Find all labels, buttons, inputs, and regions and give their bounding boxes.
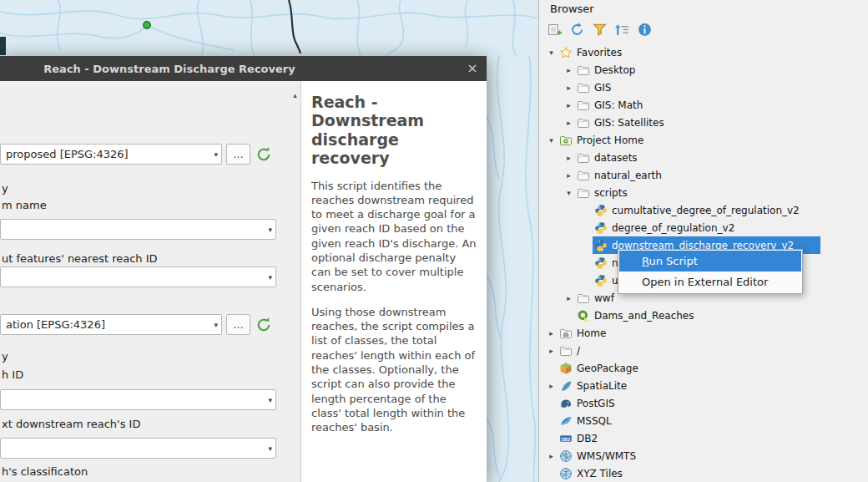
tree-item-label: Favorites [577, 47, 622, 58]
browse-button[interactable]: … [226, 314, 250, 335]
tree-item-content: XYZ Tiles [558, 464, 626, 482]
reload-layer-button[interactable] [253, 314, 275, 335]
tree-item-xyz[interactable]: XYZ Tiles [540, 464, 868, 482]
collapsed-arrow-icon[interactable]: ▸ [545, 382, 558, 390]
tree-item-label: datasets [594, 152, 638, 164]
tree-item-gis[interactable]: ▸GIS [540, 79, 868, 96]
tree-indent [540, 245, 580, 246]
tree-item-dams-and-reaches[interactable]: Dams_and_Reaches [540, 307, 868, 324]
tree-item-db2[interactable]: DB2DB2 [540, 429, 868, 447]
tree-item-wms[interactable]: ▸WMS/WMTS [540, 447, 868, 464]
folder-icon [577, 292, 590, 305]
tree-item-label: PostGIS [577, 398, 615, 409]
dialog-titlebar[interactable]: Reach - Downstream Discharge Recovery × [0, 56, 487, 81]
close-icon[interactable]: × [463, 58, 482, 79]
tree-item-gis-math[interactable]: ▸GIS: Math [540, 96, 868, 114]
tree-item-natural-earth[interactable]: ▸natural_earth [540, 166, 868, 184]
python-icon [594, 239, 608, 252]
map-edge-feature [0, 37, 6, 55]
tree-item-content: datasets [575, 149, 641, 166]
postgis-icon [559, 397, 573, 410]
location-layer-combo[interactable]: ation [EPSG:4326] ▾ [0, 314, 222, 335]
reach-id-combo[interactable]: ▾ [0, 389, 276, 410]
tree-item-label: degree_of_regulation_v2 [612, 222, 734, 234]
next-downstream-combo[interactable]: ▾ [0, 438, 276, 459]
input-layer-combo[interactable]: proposed [EPSG:4326] ▾ [0, 144, 222, 165]
help-pane: Reach - Downstream discharge recovery Th… [300, 81, 487, 482]
folder-icon [577, 151, 590, 165]
tree-indent [540, 403, 545, 403]
column-name-combo[interactable]: ▾ [0, 219, 276, 240]
add-selected-layers-icon[interactable] [547, 22, 563, 38]
chevron-down-icon: ▾ [259, 273, 275, 282]
tree-item-content: SpatiaLite [558, 377, 630, 394]
tree-item-home[interactable]: ▸Home [540, 324, 868, 342]
collapsed-arrow-icon[interactable]: ▸ [563, 119, 575, 127]
expanded-arrow-icon[interactable]: ▾ [563, 189, 575, 197]
form-scrollbar[interactable]: ▴ [290, 89, 300, 140]
collapsed-arrow-icon[interactable]: ▸ [563, 101, 575, 109]
tree-item-content: GeoPackage [558, 359, 642, 377]
tree-item-label: Dams_and_Reaches [594, 310, 694, 322]
chevron-down-icon: ▾ [204, 150, 221, 159]
menu-item-run-script[interactable]: Run Script [619, 251, 801, 271]
tree-item-project-home[interactable]: ▾Project Home [540, 131, 868, 149]
tree-item-datasets[interactable]: ▸datasets [540, 149, 868, 166]
tree-indent [540, 175, 563, 175]
tree-item-content: Home [558, 324, 609, 342]
expanded-arrow-icon[interactable]: ▾ [545, 136, 558, 145]
collapse-all-icon[interactable] [614, 22, 630, 38]
tree-item-scripts[interactable]: ▾scripts [540, 184, 868, 201]
python-icon [594, 256, 608, 270]
folder-icon [577, 169, 590, 182]
nearest-reach-combo[interactable]: ▾ [0, 266, 276, 287]
tree-item-script-cumultative[interactable]: cumultative_degree_of_regulation_v2 [540, 201, 868, 219]
field-label-reach-id: h ID [2, 368, 23, 381]
tree-item-favorites[interactable]: ▾Favorites [540, 43, 868, 61]
tree-item-label: Project Home [577, 134, 643, 146]
tree-item-geopackage[interactable]: GeoPackage [540, 359, 868, 377]
collapsed-arrow-icon[interactable]: ▸ [563, 294, 575, 302]
tree-item-spatialite[interactable]: ▸SpatiaLite [540, 377, 868, 394]
tree-item-mssql[interactable]: MSSQL [540, 412, 868, 429]
folder-icon [577, 63, 590, 77]
properties-widget-icon[interactable] [637, 22, 653, 38]
tree-indent [540, 87, 563, 88]
tree-item-gis-satellites[interactable]: ▸GIS: Satellites [540, 114, 868, 131]
field-label-nearest-reach: ut features' nearest reach ID [2, 252, 158, 265]
browser-panel: Browser ▾Favorites▸Desktop▸GIS▸GIS: Math… [538, 0, 868, 482]
tree-item-label: wwf [594, 292, 614, 304]
tree-item-postgis[interactable]: PostGIS [540, 394, 868, 412]
tree-item-label: SpatiaLite [577, 380, 627, 392]
collapsed-arrow-icon[interactable]: ▸ [563, 154, 575, 162]
home-icon [559, 327, 573, 340]
collapsed-arrow-icon[interactable]: ▸ [545, 347, 558, 355]
expanded-arrow-icon[interactable]: ▾ [545, 48, 558, 57]
collapsed-arrow-icon[interactable]: ▸ [563, 84, 575, 92]
refresh-icon[interactable] [569, 22, 585, 38]
tree-item-desktop[interactable]: ▸Desktop [540, 61, 868, 79]
folder-icon [577, 99, 590, 112]
mssql-icon [559, 414, 573, 428]
tree-item-content: natural_earth [575, 166, 665, 184]
browse-button[interactable]: … [226, 144, 250, 165]
scroll-up-arrow-icon[interactable]: ▴ [290, 89, 300, 101]
collapsed-arrow-icon[interactable]: ▸ [563, 66, 575, 74]
tree-indent [540, 122, 563, 123]
tree-item-content: GIS: Satellites [575, 114, 668, 131]
tree-indent [540, 315, 563, 316]
filter-browser-icon[interactable] [592, 22, 608, 38]
tree-indent [540, 473, 545, 474]
collapsed-arrow-icon[interactable]: ▸ [545, 329, 558, 337]
context-menu: Run ScriptOpen in External Editor [618, 249, 803, 294]
chevron-down-icon: ▾ [204, 321, 221, 329]
tree-item-root-folder[interactable]: ▸/ [540, 342, 868, 359]
collapsed-arrow-icon[interactable]: ▸ [545, 452, 558, 460]
qgis-window: Reach - Downstream Discharge Recovery × … [0, 0, 868, 482]
collapsed-arrow-icon[interactable]: ▸ [563, 171, 575, 180]
reload-layer-button[interactable] [253, 144, 275, 165]
tree-item-script-degree[interactable]: degree_of_regulation_v2 [540, 219, 868, 236]
menu-item-open-in-external-editor[interactable]: Open in External Editor [619, 271, 801, 292]
tree-item-label: GIS: Math [594, 99, 643, 111]
star-icon [559, 46, 573, 59]
